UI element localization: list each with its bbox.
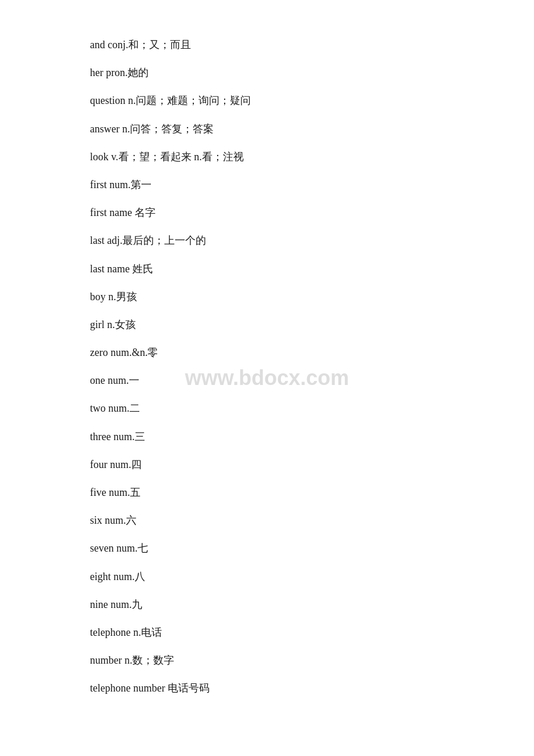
vocab-english: last name <box>90 263 132 275</box>
vocab-item: first num.第一 <box>90 175 444 195</box>
vocab-english: look v. <box>90 151 118 163</box>
vocab-english: two num. <box>90 402 129 414</box>
vocab-item: five num.五 <box>90 483 444 502</box>
vocab-chinese: 男孩 <box>116 291 137 303</box>
vocab-item: telephone number 电话号码 <box>90 678 444 698</box>
vocab-english: and conj. <box>90 39 128 51</box>
vocab-chinese: 和；又；而且 <box>128 39 191 51</box>
vocab-english: boy n. <box>90 291 116 303</box>
vocab-item: look v.看；望；看起来 n.看；注视 <box>90 147 444 167</box>
vocab-chinese: 她的 <box>128 67 149 78</box>
vocab-english: one num. <box>90 375 129 386</box>
vocab-english: last adj. <box>90 235 122 246</box>
vocab-item: last adj.最后的；上一个的 <box>90 231 444 250</box>
vocab-item: answer n.问答；答复；答案 <box>90 119 444 139</box>
vocab-english: eight num. <box>90 571 135 582</box>
vocab-chinese: 五 <box>130 487 140 498</box>
vocab-item: and conj.和；又；而且 <box>90 35 444 55</box>
vocab-item: girl n.女孩 <box>90 315 444 334</box>
vocab-chinese: 一 <box>129 375 139 386</box>
vocab-item: eight num.八 <box>90 567 444 586</box>
vocab-item: question n.问题；难题；询问；疑问 <box>90 91 444 110</box>
vocab-item: first name 名字 <box>90 203 444 222</box>
vocab-item: three num.三 <box>90 427 444 447</box>
vocab-chinese: 电话号码 <box>168 682 210 694</box>
vocab-item: zero num.&n.零 <box>90 343 444 362</box>
vocab-item: one num.一 <box>90 370 444 390</box>
vocab-chinese: 七 <box>138 542 148 554</box>
vocab-chinese: 最后的；上一个的 <box>122 235 206 246</box>
vocab-english: telephone n. <box>90 627 141 638</box>
vocab-english: telephone number <box>90 682 168 694</box>
vocab-english: six num. <box>90 514 126 526</box>
vocab-item: nine num.九 <box>90 595 444 614</box>
vocab-chinese: 九 <box>132 599 142 610</box>
vocab-english: number n. <box>90 654 132 666</box>
vocab-item: seven num.七 <box>90 538 444 558</box>
vocab-chinese: 看；望；看起来 n.看；注视 <box>118 151 244 163</box>
vocab-chinese: 问题；难题；询问；疑问 <box>136 95 251 106</box>
vocab-chinese: 三 <box>135 431 145 442</box>
vocab-english: zero num.&n. <box>90 347 147 358</box>
vocab-chinese: 女孩 <box>115 319 136 330</box>
vocab-chinese: 姓氏 <box>132 263 153 275</box>
vocab-chinese: 电话 <box>141 627 162 638</box>
vocab-chinese: 八 <box>135 571 145 582</box>
vocab-chinese: 四 <box>131 459 142 470</box>
vocab-english: four num. <box>90 459 131 470</box>
vocab-item: four num.四 <box>90 455 444 474</box>
vocab-english: five num. <box>90 487 130 498</box>
content-area: and conj.和；又；而且her pron.她的question n.问题；… <box>0 0 534 741</box>
vocab-english: nine num. <box>90 599 132 610</box>
vocab-chinese: 名字 <box>135 207 156 218</box>
vocab-english: her pron. <box>90 67 128 78</box>
vocab-chinese: 数；数字 <box>132 654 174 666</box>
vocab-english: seven num. <box>90 542 138 554</box>
vocab-english: first num. <box>90 179 131 190</box>
vocab-english: question n. <box>90 95 136 106</box>
vocab-english: first name <box>90 207 135 218</box>
vocab-english: three num. <box>90 431 135 442</box>
vocab-chinese: 问答；答复；答案 <box>130 123 214 135</box>
vocab-english: girl n. <box>90 319 115 330</box>
vocab-chinese: 零 <box>147 347 158 358</box>
vocab-chinese: 六 <box>126 514 136 526</box>
vocab-item: boy n.男孩 <box>90 287 444 307</box>
vocab-item: telephone n.电话 <box>90 622 444 642</box>
vocab-item: six num.六 <box>90 510 444 530</box>
vocab-item: two num.二 <box>90 398 444 418</box>
vocab-english: answer n. <box>90 123 130 135</box>
vocab-item: her pron.她的 <box>90 63 444 82</box>
vocab-item: number n.数；数字 <box>90 650 444 670</box>
vocab-item: last name 姓氏 <box>90 259 444 279</box>
vocab-chinese: 第一 <box>131 179 151 190</box>
vocab-chinese: 二 <box>129 402 140 414</box>
